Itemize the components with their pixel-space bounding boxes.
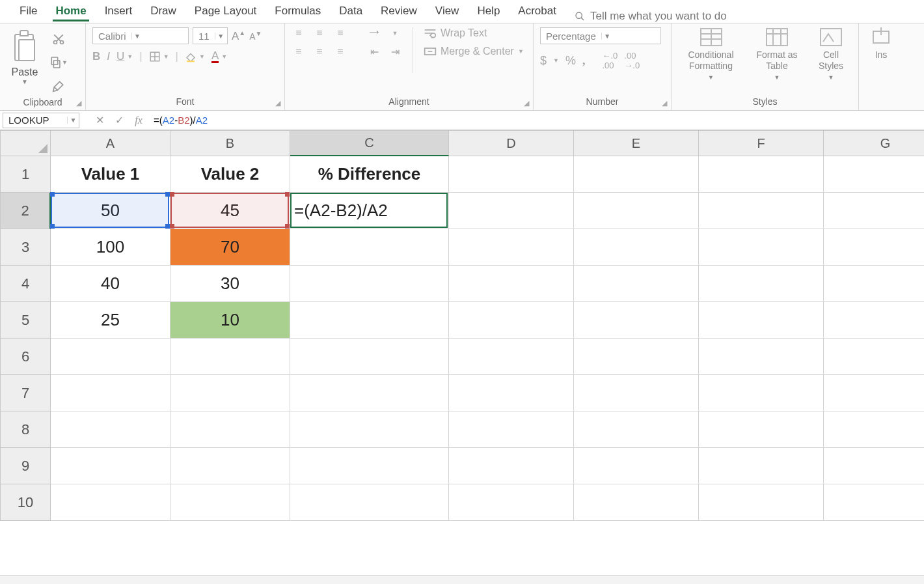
row-header-2[interactable]: 2 <box>0 193 51 229</box>
number-format-combo[interactable]: Percentage▼ <box>540 27 661 44</box>
chevron-down-icon[interactable]: ▼ <box>388 27 402 39</box>
cell[interactable] <box>574 448 699 484</box>
cell[interactable] <box>170 375 290 411</box>
merge-center-button[interactable]: Merge & Center▼ <box>424 46 524 57</box>
cell[interactable] <box>699 193 824 229</box>
increase-font-button[interactable]: A▲ <box>232 29 245 43</box>
cell[interactable] <box>574 156 699 193</box>
cell[interactable] <box>290 302 449 339</box>
orientation-button[interactable]: ⭢ <box>367 27 381 39</box>
column-header-A[interactable]: A <box>51 130 170 156</box>
tab-view[interactable]: View <box>426 1 469 23</box>
cell[interactable] <box>449 375 574 411</box>
cell[interactable] <box>51 448 170 484</box>
chevron-down-icon[interactable]: ▼ <box>601 33 613 40</box>
comma-format-button[interactable]: , <box>582 54 586 68</box>
cell[interactable] <box>449 302 574 339</box>
cell-styles-button[interactable]: Cell Styles▼ <box>810 27 852 81</box>
row-header-4[interactable]: 4 <box>0 266 51 302</box>
cell[interactable]: 25 <box>51 302 170 339</box>
cell[interactable] <box>449 411 574 448</box>
cell[interactable] <box>699 484 824 521</box>
cell[interactable] <box>170 484 290 521</box>
tab-data[interactable]: Data <box>330 1 372 23</box>
align-left-button[interactable]: ≡ <box>292 46 306 57</box>
cell[interactable] <box>574 302 699 339</box>
tab-page-layout[interactable]: Page Layout <box>185 1 265 23</box>
tab-home[interactable]: Home <box>46 1 95 23</box>
row-header-8[interactable]: 8 <box>0 411 51 448</box>
cell-grid[interactable]: Value 1Value 2% Difference5045=(A2-B2)/A… <box>51 156 924 521</box>
cell[interactable] <box>824 156 924 193</box>
cell[interactable] <box>51 339 170 375</box>
tab-file[interactable]: File <box>10 1 46 23</box>
accounting-format-button[interactable]: $ <box>540 54 547 68</box>
cell[interactable]: =(A2-B2)/A2 <box>290 193 449 229</box>
increase-indent-button[interactable]: ⇥ <box>388 46 402 57</box>
name-box[interactable]: LOOKUP ▼ <box>3 113 79 128</box>
chevron-down-icon[interactable]: ▼ <box>21 78 28 85</box>
cell[interactable] <box>449 339 574 375</box>
dialog-launcher-icon[interactable]: ◢ <box>524 99 529 107</box>
cell[interactable] <box>699 229 824 266</box>
cell[interactable] <box>51 375 170 411</box>
percent-format-button[interactable]: % <box>565 54 576 68</box>
decrease-indent-button[interactable]: ⇤ <box>367 46 381 57</box>
enter-formula-button[interactable]: ✓ <box>109 114 129 126</box>
tab-acrobat[interactable]: Acrobat <box>509 1 565 23</box>
cell[interactable] <box>290 411 449 448</box>
align-center-button[interactable]: ≡ <box>312 46 327 57</box>
row-header-5[interactable]: 5 <box>0 302 51 339</box>
cell[interactable] <box>449 266 574 302</box>
cell[interactable]: % Difference <box>290 156 449 193</box>
paste-button[interactable]: Paste ▼ <box>7 27 43 85</box>
cell[interactable] <box>290 266 449 302</box>
increase-decimal-button[interactable]: ←.0.00 <box>602 51 618 70</box>
cell[interactable] <box>449 156 574 193</box>
cell[interactable] <box>824 302 924 339</box>
cell[interactable] <box>51 411 170 448</box>
cut-button[interactable] <box>49 30 68 48</box>
cell[interactable] <box>824 339 924 375</box>
align-middle-button[interactable]: ≡ <box>312 27 327 39</box>
cell[interactable]: 50 <box>51 193 170 229</box>
column-header-C[interactable]: C <box>290 130 449 156</box>
cell[interactable] <box>699 302 824 339</box>
cell[interactable] <box>699 375 824 411</box>
chevron-down-icon[interactable]: ▼ <box>67 117 79 124</box>
copy-button[interactable]: ▼ <box>49 53 68 72</box>
cell[interactable] <box>824 193 924 229</box>
cell[interactable]: Value 1 <box>51 156 170 193</box>
cell[interactable] <box>290 448 449 484</box>
select-all-corner[interactable] <box>0 130 51 156</box>
cell[interactable] <box>824 484 924 521</box>
chevron-down-icon[interactable]: ▼ <box>215 33 226 40</box>
cell[interactable] <box>574 229 699 266</box>
italic-button[interactable]: I <box>107 50 110 63</box>
cell[interactable] <box>290 484 449 521</box>
cell[interactable]: 30 <box>170 266 290 302</box>
cell[interactable] <box>449 193 574 229</box>
decrease-decimal-button[interactable]: .00→.0 <box>624 51 640 70</box>
tell-me-search[interactable]: Tell me what you want to do <box>575 10 727 23</box>
cell[interactable] <box>449 484 574 521</box>
insert-function-button[interactable]: fx <box>129 115 148 126</box>
cell[interactable] <box>824 411 924 448</box>
tab-draw[interactable]: Draw <box>141 1 185 23</box>
cell[interactable] <box>699 411 824 448</box>
cell[interactable] <box>574 266 699 302</box>
font-color-button[interactable]: A <box>211 49 219 63</box>
row-header-9[interactable]: 9 <box>0 448 51 484</box>
format-as-table-button[interactable]: Format as Table▼ <box>750 27 804 81</box>
cell[interactable] <box>824 448 924 484</box>
tab-review[interactable]: Review <box>372 1 426 23</box>
underline-button[interactable]: U <box>116 50 124 63</box>
cell[interactable] <box>290 229 449 266</box>
cell[interactable] <box>824 229 924 266</box>
column-header-B[interactable]: B <box>170 130 290 156</box>
cell[interactable] <box>290 375 449 411</box>
chevron-down-icon[interactable]: ▼ <box>127 53 133 60</box>
font-size-combo[interactable]: 11▼ <box>193 27 228 44</box>
chevron-down-icon[interactable]: ▼ <box>221 53 227 60</box>
column-header-D[interactable]: D <box>449 130 574 156</box>
